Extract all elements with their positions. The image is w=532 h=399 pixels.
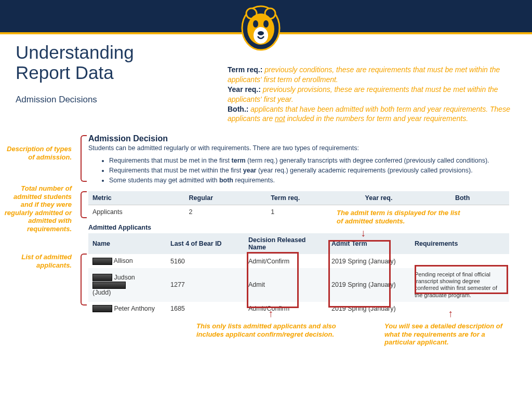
report-heading: Admission Decision <box>88 134 509 143</box>
report-intro: Students can be admitted regularly or wi… <box>88 144 509 152</box>
page-title: Understanding Report Data <box>16 43 134 83</box>
anno-description: Description of types of admission. <box>4 145 72 161</box>
year-req-text: previously provisions, these are require… <box>228 85 498 103</box>
row1-alias: (Judd) <box>92 289 111 296</box>
metric-h2: Regular <box>185 191 267 205</box>
term-req-text: previously conditions, these are require… <box>228 65 500 84</box>
metric-h1: Metric <box>88 191 185 205</box>
redacted-block <box>92 258 112 265</box>
table-row: Peter Anthony 1685 Admit/Confirm 2019 Sp… <box>88 302 509 316</box>
row0-name: Allison <box>114 257 133 264</box>
bullet-2: Requirements that must be met within the… <box>109 166 509 176</box>
redbox-requirements <box>415 265 508 294</box>
app-h-id: Last 4 of Bear ID <box>166 233 244 254</box>
redacted-block <box>92 282 126 289</box>
anno-admit-term: The admit term is displayed for the list… <box>337 209 467 225</box>
anno-requirements: You will see a detailed description of w… <box>384 322 514 347</box>
metric-regular: 2 <box>185 205 267 219</box>
row1-id: 1277 <box>166 268 244 302</box>
redacted-block <box>92 305 112 312</box>
bracket-description <box>81 135 87 182</box>
svg-point-6 <box>263 20 269 28</box>
metric-h5: Both <box>451 191 509 205</box>
row0-id: 5160 <box>166 254 244 268</box>
app-h-decision: Decision Released Name <box>244 233 327 254</box>
both-text-b: included in the numbers for term and yea… <box>285 114 469 123</box>
glossary-block: Term req.: previously conditions, these … <box>228 65 518 124</box>
anno-decision: This only lists admitted applicants and … <box>196 322 342 338</box>
anno-list: List of admitted applicants. <box>4 253 72 269</box>
svg-point-7 <box>258 31 264 35</box>
app-h-name: Name <box>88 233 166 254</box>
row2-req <box>410 302 509 316</box>
title-line-1: Understanding <box>16 42 134 62</box>
arrow-down-icon: ↓ <box>361 227 366 239</box>
row1-name: Judson <box>114 274 135 281</box>
arrow-up-icon: ↑ <box>448 308 453 320</box>
bullet-1: Requirements that must be met in the fir… <box>109 156 509 166</box>
page-subtitle: Admission Decisions <box>16 95 97 105</box>
redacted-block <box>92 274 112 281</box>
bear-logo <box>240 4 282 52</box>
bracket-list <box>81 254 87 305</box>
title-line-2: Report Data <box>16 62 114 83</box>
metric-h3: Term req. <box>267 191 361 205</box>
term-req-label: Term req.: <box>228 65 262 74</box>
anno-total: Total number of admitted students and if… <box>4 184 72 233</box>
bullet-3: Some students may get admitted with both… <box>109 176 509 185</box>
year-req-label: Year req.: <box>228 85 261 94</box>
row2-name: Peter Anthony <box>114 305 155 312</box>
arrow-up-icon: ↑ <box>268 308 273 320</box>
redbox-admit-term <box>328 240 391 308</box>
bracket-total <box>81 191 87 218</box>
svg-point-5 <box>253 20 258 28</box>
metric-label: Applicants <box>88 205 185 219</box>
app-h-req: Requirements <box>410 233 509 254</box>
both-label: Both.: <box>228 105 248 113</box>
requirement-bullets: Requirements that must be met in the fir… <box>109 156 509 185</box>
metric-h4: Year req. <box>361 191 451 205</box>
redbox-decision <box>247 252 299 308</box>
row2-id: 1685 <box>166 302 244 316</box>
both-not: not <box>275 114 285 123</box>
